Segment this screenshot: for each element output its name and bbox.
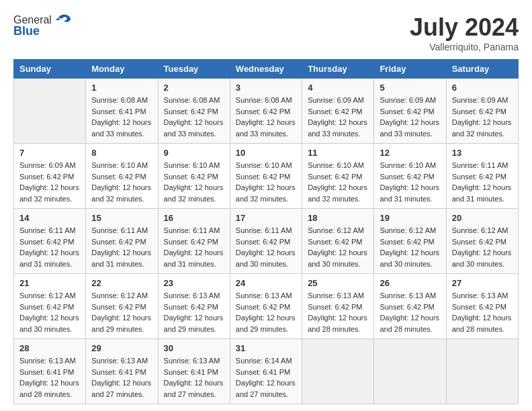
calendar-cell: 14Sunrise: 6:11 AMSunset: 6:42 PMDayligh… — [14, 209, 86, 274]
calendar-week-row: 14Sunrise: 6:11 AMSunset: 6:42 PMDayligh… — [14, 209, 519, 274]
day-info: Sunrise: 6:12 AMSunset: 6:42 PMDaylight:… — [380, 225, 440, 269]
day-number: 8 — [91, 148, 152, 158]
calendar-cell: 21Sunrise: 6:12 AMSunset: 6:42 PMDayligh… — [14, 274, 86, 339]
day-number: 21 — [19, 278, 80, 288]
calendar-cell: 8Sunrise: 6:10 AMSunset: 6:42 PMDaylight… — [86, 144, 158, 209]
calendar-cell: 31Sunrise: 6:14 AMSunset: 6:41 PMDayligh… — [230, 339, 302, 404]
calendar-cell: 19Sunrise: 6:12 AMSunset: 6:42 PMDayligh… — [374, 209, 446, 274]
location: Vallerriquito, Panama — [410, 42, 519, 52]
day-number: 6 — [452, 83, 513, 93]
month-title: July 2024 — [410, 13, 519, 42]
day-info: Sunrise: 6:09 AMSunset: 6:42 PMDaylight:… — [308, 95, 368, 139]
day-number: 19 — [380, 213, 440, 223]
day-number: 14 — [19, 213, 80, 223]
calendar-cell: 9Sunrise: 6:10 AMSunset: 6:42 PMDaylight… — [158, 144, 230, 209]
day-number: 13 — [452, 148, 513, 158]
day-info: Sunrise: 6:13 AMSunset: 6:41 PMDaylight:… — [91, 355, 152, 400]
calendar-cell — [446, 339, 518, 404]
day-number: 24 — [236, 278, 296, 288]
calendar-cell: 7Sunrise: 6:09 AMSunset: 6:42 PMDaylight… — [14, 144, 86, 209]
day-info: Sunrise: 6:08 AMSunset: 6:42 PMDaylight:… — [164, 95, 224, 139]
calendar-header-row: SundayMondayTuesdayWednesdayThursdayFrid… — [14, 60, 519, 79]
calendar-header-tuesday: Tuesday — [158, 60, 230, 79]
day-number: 31 — [236, 343, 296, 353]
calendar-cell: 28Sunrise: 6:13 AMSunset: 6:41 PMDayligh… — [14, 339, 86, 404]
day-number: 12 — [380, 148, 440, 158]
day-number: 30 — [164, 343, 224, 353]
day-number: 23 — [164, 278, 224, 288]
day-info: Sunrise: 6:13 AMSunset: 6:41 PMDaylight:… — [164, 355, 224, 400]
calendar-cell: 26Sunrise: 6:13 AMSunset: 6:42 PMDayligh… — [374, 274, 446, 339]
calendar-cell: 23Sunrise: 6:13 AMSunset: 6:42 PMDayligh… — [158, 274, 230, 339]
calendar-header-wednesday: Wednesday — [230, 60, 302, 79]
day-info: Sunrise: 6:09 AMSunset: 6:42 PMDaylight:… — [380, 95, 440, 139]
calendar-cell: 24Sunrise: 6:13 AMSunset: 6:42 PMDayligh… — [230, 274, 302, 339]
day-info: Sunrise: 6:13 AMSunset: 6:42 PMDaylight:… — [236, 290, 296, 334]
day-number: 3 — [236, 83, 296, 93]
logo-blue-text: Blue — [13, 24, 40, 38]
calendar-cell: 15Sunrise: 6:11 AMSunset: 6:42 PMDayligh… — [86, 209, 158, 274]
calendar-cell: 1Sunrise: 6:08 AMSunset: 6:41 PMDaylight… — [86, 79, 158, 144]
day-info: Sunrise: 6:11 AMSunset: 6:42 PMDaylight:… — [236, 225, 296, 269]
day-info: Sunrise: 6:13 AMSunset: 6:42 PMDaylight:… — [164, 290, 224, 334]
day-number: 1 — [91, 83, 152, 93]
day-info: Sunrise: 6:10 AMSunset: 6:42 PMDaylight:… — [308, 160, 368, 204]
calendar-header-thursday: Thursday — [302, 60, 374, 79]
calendar-cell: 29Sunrise: 6:13 AMSunset: 6:41 PMDayligh… — [86, 339, 158, 404]
calendar-cell: 27Sunrise: 6:13 AMSunset: 6:42 PMDayligh… — [446, 274, 518, 339]
day-info: Sunrise: 6:12 AMSunset: 6:42 PMDaylight:… — [452, 225, 513, 269]
logo: General Blue — [13, 13, 72, 38]
day-info: Sunrise: 6:09 AMSunset: 6:42 PMDaylight:… — [19, 160, 80, 204]
day-number: 20 — [452, 213, 513, 223]
calendar-table: SundayMondayTuesdayWednesdayThursdayFrid… — [13, 59, 519, 404]
day-info: Sunrise: 6:12 AMSunset: 6:42 PMDaylight:… — [308, 225, 368, 269]
calendar-cell: 25Sunrise: 6:13 AMSunset: 6:42 PMDayligh… — [302, 274, 374, 339]
calendar-cell — [14, 79, 86, 144]
day-info: Sunrise: 6:09 AMSunset: 6:42 PMDaylight:… — [452, 95, 513, 139]
day-number: 16 — [164, 213, 224, 223]
day-info: Sunrise: 6:08 AMSunset: 6:42 PMDaylight:… — [236, 95, 296, 139]
calendar-cell: 5Sunrise: 6:09 AMSunset: 6:42 PMDaylight… — [374, 79, 446, 144]
day-number: 27 — [452, 278, 513, 288]
day-info: Sunrise: 6:11 AMSunset: 6:42 PMDaylight:… — [452, 160, 513, 204]
calendar-cell: 22Sunrise: 6:12 AMSunset: 6:42 PMDayligh… — [86, 274, 158, 339]
day-number: 11 — [308, 148, 368, 158]
calendar-week-row: 21Sunrise: 6:12 AMSunset: 6:42 PMDayligh… — [14, 274, 519, 339]
calendar-cell: 30Sunrise: 6:13 AMSunset: 6:41 PMDayligh… — [158, 339, 230, 404]
day-number: 4 — [308, 83, 368, 93]
calendar-header-monday: Monday — [86, 60, 158, 79]
day-info: Sunrise: 6:10 AMSunset: 6:42 PMDaylight:… — [91, 160, 152, 204]
day-info: Sunrise: 6:10 AMSunset: 6:42 PMDaylight:… — [164, 160, 224, 204]
calendar-week-row: 7Sunrise: 6:09 AMSunset: 6:42 PMDaylight… — [14, 144, 519, 209]
day-info: Sunrise: 6:11 AMSunset: 6:42 PMDaylight:… — [91, 225, 152, 269]
day-info: Sunrise: 6:10 AMSunset: 6:42 PMDaylight:… — [380, 160, 440, 204]
calendar-week-row: 1Sunrise: 6:08 AMSunset: 6:41 PMDaylight… — [14, 79, 519, 144]
day-info: Sunrise: 6:13 AMSunset: 6:42 PMDaylight:… — [452, 290, 513, 334]
calendar-week-row: 28Sunrise: 6:13 AMSunset: 6:41 PMDayligh… — [14, 339, 519, 404]
calendar-header-sunday: Sunday — [14, 60, 86, 79]
page-header: General Blue July 2024 Vallerriquito, Pa… — [13, 13, 519, 52]
title-section: July 2024 Vallerriquito, Panama — [410, 13, 519, 52]
day-info: Sunrise: 6:10 AMSunset: 6:42 PMDaylight:… — [236, 160, 296, 204]
calendar-cell: 6Sunrise: 6:09 AMSunset: 6:42 PMDaylight… — [446, 79, 518, 144]
calendar-cell: 16Sunrise: 6:11 AMSunset: 6:42 PMDayligh… — [158, 209, 230, 274]
day-number: 7 — [19, 148, 80, 158]
day-info: Sunrise: 6:11 AMSunset: 6:42 PMDaylight:… — [19, 225, 80, 269]
calendar-header-saturday: Saturday — [446, 60, 518, 79]
calendar-cell: 11Sunrise: 6:10 AMSunset: 6:42 PMDayligh… — [302, 144, 374, 209]
day-number: 15 — [91, 213, 152, 223]
calendar-cell: 18Sunrise: 6:12 AMSunset: 6:42 PMDayligh… — [302, 209, 374, 274]
calendar-cell: 17Sunrise: 6:11 AMSunset: 6:42 PMDayligh… — [230, 209, 302, 274]
day-number: 29 — [91, 343, 152, 353]
day-number: 2 — [164, 83, 224, 93]
day-info: Sunrise: 6:13 AMSunset: 6:42 PMDaylight:… — [308, 290, 368, 334]
day-info: Sunrise: 6:08 AMSunset: 6:41 PMDaylight:… — [91, 95, 152, 139]
day-number: 26 — [380, 278, 440, 288]
day-number: 9 — [164, 148, 224, 158]
day-number: 17 — [236, 213, 296, 223]
day-info: Sunrise: 6:12 AMSunset: 6:42 PMDaylight:… — [91, 290, 152, 334]
calendar-cell — [302, 339, 374, 404]
calendar-cell: 4Sunrise: 6:09 AMSunset: 6:42 PMDaylight… — [302, 79, 374, 144]
day-info: Sunrise: 6:12 AMSunset: 6:42 PMDaylight:… — [19, 290, 80, 334]
day-number: 22 — [91, 278, 152, 288]
